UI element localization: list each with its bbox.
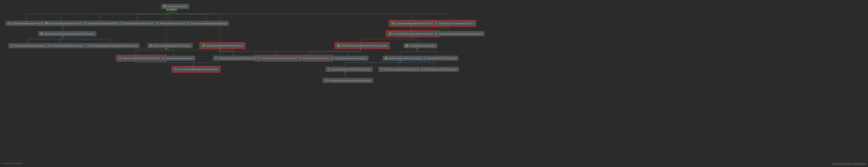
node-label: AbstractAdvisorAutoProxyCreator [389, 57, 422, 60]
node-loadtimeweaver[interactable]: LoadTimeWeaverAwareProcessor [6, 21, 47, 26]
class-icon [325, 79, 328, 82]
node-label: LoadTimeWeaverAwareProcessor [11, 22, 45, 25]
class-icon [298, 57, 301, 60]
powered-by: Powered by yFiles [2, 162, 23, 165]
class-icon [435, 32, 437, 35]
class-icon [215, 57, 218, 60]
node-label: ApplicationListenerDetector [166, 57, 193, 60]
interface-icon [202, 44, 205, 47]
node-label: InitDestroyAnnotationBeanPostProcessor [123, 57, 164, 60]
abstract-icon [405, 44, 408, 47]
node-beanname-autoproxy[interactable]: BeanNameAutoProxyCreator [422, 56, 458, 61]
node-label: AnnotationAwareAspectJAutoProxyCreator [329, 79, 371, 82]
interface-icon [163, 5, 166, 8]
node-bootstrap-context[interactable]: BootstrapContextAwareProcessor [82, 21, 123, 26]
node-init-destroy[interactable]: InitDestroyAnnotationBeanPostProcessor [117, 56, 165, 61]
class-icon [258, 57, 261, 60]
class-icon [187, 22, 190, 25]
interface-icon [392, 22, 394, 25]
class-icon [380, 68, 383, 71]
node-import-aware[interactable]: ImportAwareBeanPostProcessor [329, 56, 368, 61]
node-instantiation-adapter[interactable]: InstantiationAwareBeanPostProcessorAdapt… [335, 43, 389, 48]
node-app-listener-detector[interactable]: ApplicationListenerDetector [160, 56, 195, 61]
node-abstract-advising[interactable]: AbstractAdvisingBeanPostProcessor [43, 21, 87, 26]
node-label: BeanValidationPostProcessor [124, 22, 153, 25]
class-icon [48, 44, 51, 47]
node-instantiation-aware[interactable]: InstantiationAwareBeanPostProcessor [390, 21, 435, 26]
node-label: ApplicationContextAwareProcessor [439, 22, 473, 25]
class-icon [120, 22, 123, 25]
node-label: InstantiationAwareBeanPostProcessor [396, 22, 433, 25]
node-label: AdvisorAdapterRegistrationManager [191, 22, 227, 25]
node-label: InstantiationAwareBeanPostProcessorAdapt… [341, 44, 387, 47]
node-label: ScriptFactoryPostProcessor [302, 57, 330, 60]
node-script-factory[interactable]: ScriptFactoryPostProcessor [297, 56, 332, 61]
node-destruction-aware[interactable]: DestructionAwareBeanPostProcessor [148, 43, 193, 48]
class-icon [424, 57, 426, 60]
node-abstract-beanfactory-advising[interactable]: AbstractBeanFactoryAwareAdvisingPostProc… [38, 31, 96, 36]
node-label: MergedBeanDefinitionPostProcessor [206, 44, 243, 47]
node-label: BeanPostProcessorChecker [160, 22, 188, 25]
class-icon [84, 22, 87, 25]
node-scheduled-annotation[interactable]: ScheduledAnnotationBeanPostProcessor [213, 56, 261, 61]
node-infrastructure-advisor[interactable]: InfrastructureAdvisorAutoProxyCreator [378, 67, 425, 72]
abstract-icon [384, 57, 388, 60]
node-label: BootstrapContextAwareProcessor [88, 22, 121, 25]
class-icon [421, 68, 424, 71]
node-label: BeanPostProcessor [167, 5, 187, 8]
node-label: AbstractBeanFactoryAwareAdvisingPostProc… [44, 33, 94, 35]
abstract-icon [337, 44, 340, 47]
node-aspectj-aware[interactable]: AspectJAwareAdvisorAutoProxyCreator [326, 67, 373, 72]
class-icon [156, 22, 159, 25]
class-icon [330, 57, 333, 60]
node-label: CommonAnnotationBeanPostProcessor [178, 68, 218, 71]
class-icon [162, 57, 165, 60]
node-default-advisor[interactable]: DefaultAdvisorAutoProxyCreator [419, 67, 459, 72]
node-persistence-exception[interactable]: PersistenceExceptionTranslationPostProce… [85, 43, 140, 48]
class-icon [175, 68, 177, 71]
node-label: MethodValidationPostProcessor [52, 44, 83, 47]
node-advisor-adapter[interactable]: AdvisorAdapterRegistrationManager [185, 21, 229, 26]
node-label: InstantiationAwareBeanPostProcessorDemo [439, 33, 483, 35]
interface-icon [150, 44, 152, 47]
node-label: ScheduledAnnotationBeanPostProcessor [219, 57, 260, 60]
node-label: SmartInstantiationAwareBeanPostProcessor [393, 33, 437, 35]
node-bean-post-processor[interactable]: BeanPostProcessor [161, 4, 189, 9]
class-icon [435, 22, 437, 25]
node-label: PersistenceExceptionTranslationPostProce… [91, 44, 137, 47]
class-icon [7, 22, 10, 25]
node-label: AutowiredAnnotationBeanPostProcessor [262, 57, 302, 60]
node-label: InfrastructureAdvisorAutoProxyCreator [384, 68, 423, 71]
node-label: AbstractAutoProxyCreator [409, 44, 435, 47]
node-label: ImportAwareBeanPostProcessor [334, 57, 367, 60]
node-label: AspectJAwareAdvisorAutoProxyCreator [332, 68, 371, 71]
abstract-icon [45, 22, 48, 25]
watermark-url: https://blog.csdn.net/l6108003 [832, 163, 866, 165]
node-label: AsyncAnnotationBeanPostProcessor [14, 44, 51, 47]
node-label: BeanNameAutoProxyCreator [428, 57, 456, 60]
class-icon [10, 44, 13, 47]
node-smart-instantiation[interactable]: SmartInstantiationAwareBeanPostProcessor [387, 31, 439, 36]
node-label: DestructionAwareBeanPostProcessor [153, 44, 191, 47]
node-abstract-autoproxy[interactable]: AbstractAutoProxyCreator [404, 43, 437, 48]
class-icon [119, 57, 122, 60]
node-common-annotation[interactable]: CommonAnnotationBeanPostProcessor [173, 67, 220, 72]
interface-icon [389, 32, 392, 35]
node-app-context-aware[interactable]: ApplicationContextAwareProcessor [433, 21, 475, 26]
node-label: DefaultAdvisorAutoProxyCreator [425, 68, 457, 71]
node-method-validation[interactable]: MethodValidationPostProcessor [46, 43, 85, 48]
node-merged-bean-def[interactable]: MergedBeanDefinitionPostProcessor [200, 43, 245, 48]
node-abstract-advisor-autoproxy[interactable]: AbstractAdvisorAutoProxyCreator [383, 56, 424, 61]
node-bean-validation[interactable]: BeanValidationPostProcessor [118, 21, 155, 26]
class-icon [328, 68, 330, 71]
node-label: AbstractAdvisingBeanPostProcessor [49, 22, 85, 25]
node-annotation-aware-aspectj[interactable]: AnnotationAwareAspectJAutoProxyCreator [323, 78, 373, 83]
node-instantiation-demo[interactable]: InstantiationAwareBeanPostProcessorDemo [433, 31, 485, 36]
class-icon [87, 44, 90, 47]
abstract-icon [40, 32, 43, 35]
